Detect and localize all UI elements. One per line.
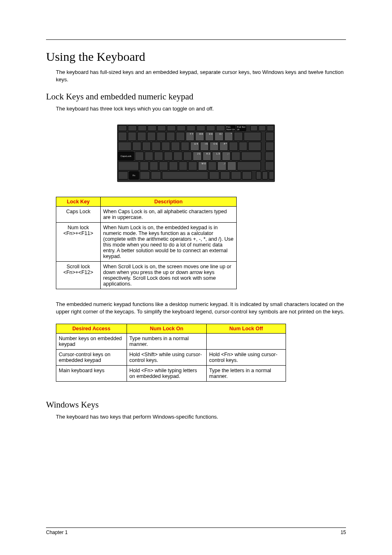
table-row: Number keys on embedded keypad Type numb… — [56, 333, 286, 349]
cell-lock-key: Scroll lock <Fn>+<F12> — [56, 261, 101, 289]
section-windows-heading: Windows Keys — [46, 400, 346, 410]
key-8: 8 8 — [195, 132, 204, 141]
key-x — [150, 161, 159, 170]
key-e — [152, 142, 161, 151]
key-6 — [176, 132, 185, 141]
key-c — [159, 161, 168, 170]
cell-lock-key: Caps Lock — [56, 206, 101, 222]
key-backslash — [248, 142, 261, 151]
key-right-a — [265, 132, 274, 141]
key-z — [140, 161, 149, 170]
key-f8 — [196, 125, 205, 131]
key-2 — [137, 132, 146, 141]
key-bracket-r — [239, 142, 248, 151]
key-comma — [208, 161, 217, 170]
key-f3 — [148, 125, 157, 131]
key-tab — [118, 142, 131, 151]
key-tilde — [118, 132, 127, 141]
key-r — [161, 142, 171, 151]
key-menu — [231, 171, 241, 180]
key-j: J 1 — [193, 152, 202, 161]
section-lock-heading: Lock Keys and embedded numeric keypad — [46, 92, 346, 102]
key-bracket-l — [229, 142, 238, 151]
key-right-b — [265, 142, 274, 151]
table-row: Caps Lock When Caps Lock is on, all alph… — [56, 206, 237, 222]
key-rctrl — [242, 171, 252, 180]
key-enter — [241, 152, 261, 161]
cell-off: Type the letters in a normal manner. — [207, 365, 286, 381]
cell-access: Cursor-control keys on embedded keypad — [56, 349, 127, 365]
key-9: 9 9 — [205, 132, 214, 141]
key-arrow-r — [269, 171, 274, 180]
key-lalt — [151, 171, 161, 180]
key-4 — [157, 132, 166, 141]
key-quote — [231, 152, 240, 161]
key-3 — [147, 132, 156, 141]
key-minus: * — [224, 132, 233, 141]
key-7: 7 7 — [186, 132, 195, 141]
key-k: K 2 — [203, 152, 212, 161]
table-row: Cursor-control keys on embedded keypad H… — [56, 349, 286, 365]
key-w — [142, 142, 151, 151]
key-right-d — [265, 161, 274, 170]
key-h — [183, 152, 192, 161]
key-extra-1 — [250, 125, 258, 131]
th-description: Description — [101, 197, 237, 206]
cell-on: Hold <Fn> while typing letters on embedd… — [127, 365, 206, 381]
key-f12-scrlk: F12 Scr Lk — [236, 125, 246, 131]
page-footer: Chapter 1 15 — [46, 527, 346, 535]
th-desired-access: Desired Access — [56, 324, 127, 333]
key-m: M 0 — [198, 161, 207, 170]
key-n — [188, 161, 197, 170]
key-l: L 3 — [212, 152, 221, 161]
cell-on: Hold <Shift> while using cursor-control … — [127, 349, 206, 365]
key-p: P * — [219, 142, 228, 151]
table-row: Main keyboard keys Hold <Fn> while typin… — [56, 365, 286, 381]
key-f11-numlk: F11 Num Lk — [226, 125, 236, 131]
cell-off: Hold <Fn> while using cursor-control key… — [207, 349, 286, 365]
key-u: U 4 — [190, 142, 199, 151]
key-f6 — [177, 125, 186, 131]
footer-page-number: 15 — [341, 530, 346, 535]
key-f — [164, 152, 173, 161]
key-d — [154, 152, 163, 161]
cell-desc: When Scroll Lock is on, the screen moves… — [101, 261, 237, 289]
footer-chapter: Chapter 1 — [46, 530, 68, 535]
key-o: O 6 — [210, 142, 219, 151]
key-space — [162, 171, 208, 180]
lock-key-table: Lock Key Description Caps Lock When Caps… — [56, 197, 237, 289]
key-f2 — [138, 125, 147, 131]
key-t — [171, 142, 180, 151]
cell-desc: When Caps Lock is on, all alphabetic cha… — [101, 206, 237, 222]
section-lock-intro: The keyboard has three lock keys which y… — [46, 105, 346, 113]
desired-access-table: Desired Access Num Lock On Num Lock Off … — [56, 324, 286, 382]
key-f9 — [206, 125, 215, 131]
key-backspace — [244, 132, 261, 141]
key-g — [173, 152, 182, 161]
key-capslock: CapsLock — [118, 152, 134, 161]
key-lctrl — [118, 171, 128, 180]
key-period: . / — [217, 161, 226, 170]
top-rule — [46, 39, 346, 40]
key-f1 — [128, 125, 137, 131]
page-title: Using the Keyboard — [46, 50, 346, 64]
key-rwin — [220, 171, 231, 180]
cell-desc: When Num Lock is on, the embedded keypad… — [101, 222, 237, 261]
th-numlock-off: Num Lock Off — [207, 324, 286, 333]
key-rshift — [237, 161, 261, 170]
key-f4 — [157, 125, 166, 131]
key-b — [179, 161, 188, 170]
key-0: 0 / — [214, 132, 224, 141]
key-ralt — [209, 171, 219, 180]
key-lshift — [118, 161, 139, 170]
key-fn: Fn — [129, 171, 139, 180]
key-semi: ; - — [222, 152, 231, 161]
key-y — [181, 142, 190, 151]
key-right-c — [265, 152, 274, 161]
th-lock-key: Lock Key — [56, 197, 101, 206]
key-f10 — [216, 125, 225, 131]
key-arrow-l — [256, 171, 261, 180]
key-v — [169, 161, 178, 170]
key-extra-3 — [267, 125, 274, 131]
key-f5 — [167, 125, 176, 131]
